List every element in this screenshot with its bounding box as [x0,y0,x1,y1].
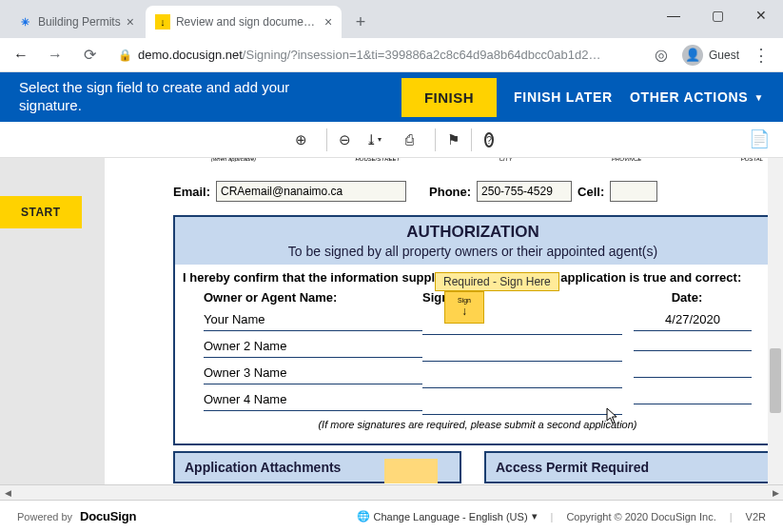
attachments-row: Application Attachments Access Permit Re… [173,451,773,483]
contact-field-row: Email: Phone: Cell: [173,181,773,202]
back-button[interactable]: ← [8,42,34,69]
tab-title: Review and sign document(s) | D [176,15,319,29]
language-selector[interactable]: 🌐 Change Language - English (US) ▾ [357,510,538,522]
globe-icon: 🌐 [357,510,370,522]
sign-here-tag[interactable]: Required - Sign Here Sign ↓ [444,291,484,324]
copyright-text: Copyright © 2020 DocuSign Inc. [566,511,715,522]
browser-menu-button[interactable]: ⋮ [747,45,775,66]
date-cell [634,400,752,404]
reload-button[interactable]: ⟳ [76,42,103,69]
owner-name-cell: Your Name [204,312,422,331]
scrollbar-thumb[interactable] [770,348,781,413]
zoom-in-button[interactable]: ⊕ [290,128,313,151]
date-cell [634,346,752,351]
help-button[interactable]: ? [471,128,494,151]
authorization-block: AUTHORIZATION To be signed by all proper… [173,215,773,445]
new-tab-button[interactable]: + [347,9,374,35]
authorization-header: AUTHORIZATION To be signed by all proper… [175,217,771,265]
application-attachments-box: Application Attachments [173,451,461,483]
window-close-button[interactable]: ✕ [739,0,783,30]
tab-close-button[interactable]: × [127,14,134,30]
profile-chip[interactable]: 👤 Guest [682,45,739,66]
horizontal-scrollbar[interactable]: ◀ ▶ [0,484,783,500]
tab-docusign[interactable]: ↓ Review and sign document(s) | D × [146,6,342,38]
signature-cell[interactable] [422,388,622,415]
version-text: V2R [746,511,766,522]
profile-label: Guest [709,49,739,62]
target-icon[interactable]: ◎ [648,42,675,69]
col-date-header: Date: [622,290,752,305]
phone-label: Phone: [429,185,471,199]
window-maximize-button[interactable]: ▢ [695,0,739,30]
access-permit-box: Access Permit Required [484,451,773,483]
owner-name-cell: Owner 3 Name [204,365,422,384]
access-permit-header: Access Permit Required [486,453,771,482]
down-arrow-icon: ↓ [461,305,467,318]
window-minimize-button[interactable]: — [652,0,695,30]
owner-name-cell: Owner 2 Name [204,339,422,358]
download-button[interactable]: ⤓▾ [362,128,385,151]
lock-icon: 🔒 [118,49,132,62]
email-label: Email: [173,185,210,199]
finish-button[interactable]: FINISH [401,78,497,117]
authorization-subtitle: To be signed by all property owners or t… [179,244,767,259]
date-cell: 4/27/2020 [634,312,752,331]
signature-cell[interactable] [422,362,622,388]
more-signatures-note: (If more signatures are required, please… [204,415,752,436]
document-icon[interactable]: 📄 [749,128,770,149]
zoom-out-button[interactable]: ⊖ [326,128,349,151]
window-controls: — ▢ ✕ [652,0,783,30]
favicon-docusign-icon: ↓ [155,14,170,30]
favicon-building-permits-icon: ✳ [17,14,32,30]
scroll-left-button[interactable]: ◀ [2,487,13,499]
start-button[interactable]: START [0,196,82,228]
finish-later-button[interactable]: FINISH LATER [514,89,613,105]
signature-row: Owner 4 Name [204,388,752,415]
cell-label: Cell: [577,185,604,199]
forward-button[interactable]: → [42,42,69,69]
attachment-tag[interactable] [384,459,438,483]
signature-row: Owner 3 Name [204,362,752,388]
footer: Powered by DocuSign 🌐 Change Language - … [0,500,783,532]
sign-here-tooltip: Required - Sign Here [435,272,559,291]
col-name-header: Owner or Agent Name: [204,290,422,305]
docusign-toolbar: ⊕ ⊖ ⤓▾ ⎙ ⚑ ? 📄 [0,122,783,158]
authorization-title: AUTHORIZATION [179,223,767,242]
comment-button[interactable]: ⚑ [435,128,458,151]
banner-prompt: Select the sign field to create and add … [19,79,289,115]
address-bar[interactable]: 🔒 demo.docusign.net/Signing/?insession=1… [110,42,640,69]
docusign-logo: DocuSign [80,509,136,523]
avatar-icon: 👤 [682,45,703,66]
tab-building-permits[interactable]: ✳ Building Permits × [8,6,144,38]
powered-by-text: Powered by [17,511,72,522]
document-page: (when applicable) HOUSE/STREET CITY PROV… [105,158,782,484]
chevron-down-icon: ▾ [532,510,538,522]
scroll-right-button[interactable]: ▶ [770,487,781,499]
url-text: demo.docusign.net/Signing/?insession=1&t… [138,48,600,62]
email-field[interactable] [216,181,406,202]
date-cell [634,373,752,378]
vertical-scrollbar[interactable] [768,158,783,484]
print-button[interactable]: ⎙ [399,128,421,151]
language-label: Change Language - English (US) [374,511,528,522]
phone-field[interactable] [477,181,572,202]
docusign-banner: Select the sign field to create and add … [0,72,783,122]
tab-title: Building Permits [38,15,121,29]
owner-name-cell: Owner 4 Name [204,392,422,411]
signature-row: Owner 2 Name [204,335,752,362]
document-viewport: START (when applicable) HOUSE/STREET CIT… [0,158,783,484]
browser-toolbar: ← → ⟳ 🔒 demo.docusign.net/Signing/?inses… [0,38,783,72]
cell-field[interactable] [610,181,657,202]
other-actions-button[interactable]: OTHER ACTIONS▼ [630,89,764,105]
meta-row: (when applicable) HOUSE/STREET CITY PROV… [173,158,763,162]
footer-divider: | [551,511,554,522]
footer-divider: | [730,511,733,522]
sign-here-button[interactable]: Sign ↓ [444,291,484,324]
tab-close-button[interactable]: × [324,14,332,30]
chevron-down-icon: ▼ [754,92,764,103]
signature-cell[interactable] [422,335,622,362]
